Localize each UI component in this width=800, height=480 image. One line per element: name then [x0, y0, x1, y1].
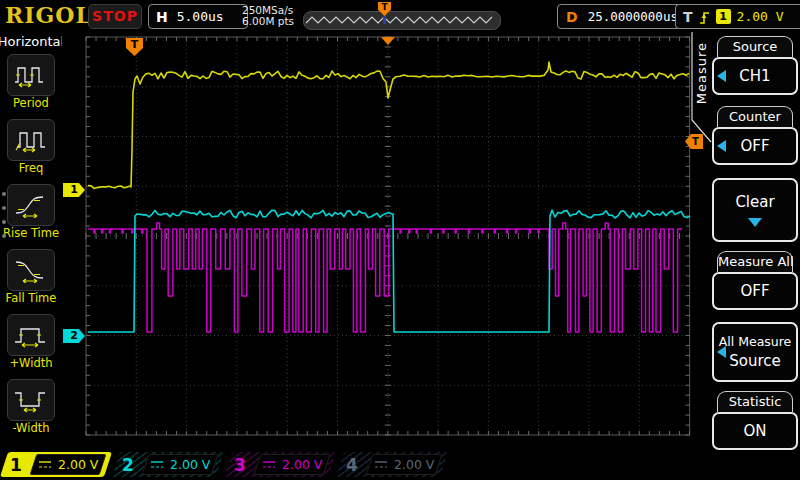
delay-label: D	[566, 9, 578, 25]
chevron-down-icon	[748, 218, 762, 227]
measure-all-value: OFF	[740, 282, 769, 300]
trigger-source-badge: 1	[716, 9, 731, 24]
right-softkey-menu: Source CH1 Counter OFF Clear Measure All…	[712, 32, 798, 450]
statistic-header: Statistic	[717, 391, 793, 412]
counter-value: OFF	[740, 137, 769, 155]
source-value: CH1	[739, 67, 770, 85]
menu-item-rise-time[interactable]: Rise Time	[3, 184, 59, 239]
menu-item-label: Rise Time	[3, 227, 59, 239]
delay-center-marker	[381, 37, 395, 45]
rigol-logo: RIGOL	[5, 2, 92, 28]
softkey-counter[interactable]: Counter OFF	[712, 106, 798, 165]
measure-tab-label: Measure	[694, 42, 709, 104]
channel2-status[interactable]: 2 2.00 V	[112, 452, 224, 477]
menu-item-period[interactable]: Period	[7, 54, 55, 109]
channel-number: 2	[116, 455, 140, 475]
softkey-source[interactable]: Source CH1	[712, 36, 798, 95]
softkey-all-measure-source[interactable]: All Measure Source	[712, 322, 798, 382]
rise-time-icon	[13, 192, 49, 218]
graticule-and-traces	[62, 32, 692, 450]
memory-waveform-preview[interactable]: T	[303, 11, 501, 30]
menu-item-label: Fall Time	[6, 292, 57, 304]
menu-item-label: -Width	[12, 422, 49, 434]
trigger-level-value: 2.00 V	[737, 9, 784, 24]
trigger-label: T	[683, 9, 693, 25]
chevron-left-icon	[717, 346, 726, 358]
horizontal-scale-value: 5.00us	[177, 9, 224, 24]
plus-width-icon	[13, 322, 49, 348]
channel4-status[interactable]: 4 2.00 V	[336, 452, 448, 477]
menu-item-freq[interactable]: Freq	[7, 119, 55, 174]
statistic-value: ON	[743, 422, 766, 440]
chevron-left-icon	[717, 70, 726, 82]
freq-icon	[13, 127, 49, 153]
chevron-left-icon	[717, 140, 726, 152]
run-state-indicator[interactable]: STOP	[88, 4, 142, 29]
all-measure-line2: Source	[729, 352, 781, 370]
minus-width-icon	[13, 387, 49, 413]
clear-label: Clear	[714, 193, 796, 211]
menu-item-label: Period	[13, 97, 49, 109]
preview-wave	[304, 12, 498, 29]
fall-time-icon	[13, 257, 49, 283]
left-menu-title: Horizontal	[0, 34, 64, 49]
dc-coupling-icon	[262, 460, 276, 469]
trigger-info-box[interactable]: T 1 2.00 V	[675, 4, 800, 29]
channel3-status[interactable]: 3 2.00 V	[224, 452, 336, 477]
softkey-statistic[interactable]: Statistic ON	[712, 391, 798, 450]
channel-number: 1	[4, 455, 28, 475]
channel-scale: 2.00 V	[394, 457, 434, 472]
channel-number: 4	[340, 455, 364, 475]
channel-status-bar: 1 2.00 V 2 2.00 V 3 2.00 V 4 2.00 V	[0, 450, 800, 480]
left-menu-scroll-dots	[2, 192, 6, 238]
period-icon	[13, 62, 49, 88]
menu-item-label: Freq	[19, 162, 44, 174]
window-position-tick	[383, 15, 386, 24]
left-softkey-menu: Horizontal Period Freq Rise Tim	[0, 32, 62, 450]
rising-edge-icon	[699, 9, 710, 25]
all-measure-line1: All Measure	[719, 334, 792, 349]
horizontal-label: H	[156, 9, 168, 25]
softkey-clear[interactable]: Clear	[712, 178, 798, 242]
menu-item-label: +Width	[9, 357, 52, 369]
oscilloscope-ui: RIGOL STOP H 5.00us 250MSa/s 6.00M pts T…	[0, 0, 800, 480]
delay-value: 25.0000000us	[588, 9, 678, 24]
dc-coupling-icon	[38, 460, 52, 469]
channel1-status[interactable]: 1 2.00 V	[0, 452, 112, 477]
softkey-measure-all[interactable]: Measure All OFF	[712, 251, 798, 310]
menu-item-fall-time[interactable]: Fall Time	[6, 249, 57, 304]
memory-depth: 6.00M pts	[242, 16, 294, 27]
measure-all-header: Measure All	[717, 251, 793, 272]
channel-scale: 2.00 V	[282, 457, 322, 472]
waveform-display: 1 2 T	[62, 32, 692, 450]
dc-coupling-icon	[374, 460, 388, 469]
channel-scale: 2.00 V	[58, 457, 98, 472]
acquisition-info: 250MSa/s 6.00M pts	[242, 5, 294, 27]
top-status-bar: RIGOL STOP H 5.00us 250MSa/s 6.00M pts T…	[0, 0, 800, 32]
menu-item-minus-width[interactable]: -Width	[7, 379, 55, 434]
dc-coupling-icon	[150, 460, 164, 469]
counter-header: Counter	[717, 106, 793, 127]
channel-scale: 2.00 V	[170, 457, 210, 472]
horizontal-scale-box[interactable]: H 5.00us	[148, 4, 248, 29]
channel-number: 3	[228, 455, 252, 475]
source-header: Source	[717, 36, 793, 57]
menu-item-plus-width[interactable]: +Width	[7, 314, 55, 369]
delay-readout-box[interactable]: D 25.0000000us	[557, 4, 687, 29]
